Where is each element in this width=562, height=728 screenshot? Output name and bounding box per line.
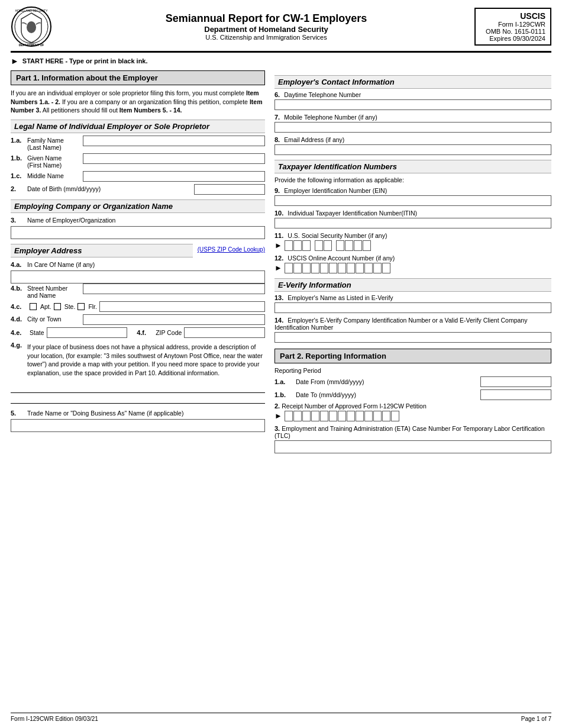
receipt-box-11[interactable] xyxy=(373,411,382,421)
field-8-input[interactable] xyxy=(274,144,551,155)
part2-field-3-input[interactable] xyxy=(274,440,551,453)
oan-box-11[interactable] xyxy=(373,263,382,273)
usps-link[interactable]: (USPS ZIP Code Lookup) xyxy=(198,246,265,253)
field-4ef-row: 4.e. State 4.f. ZIP Code xyxy=(11,327,265,338)
field-10-input[interactable] xyxy=(274,218,551,228)
receipt-box-10[interactable] xyxy=(364,411,373,421)
field-1a-input[interactable] xyxy=(83,136,265,146)
header: DEPARTMENT OF HOMELAND SECURITY Semiannu… xyxy=(11,6,551,53)
ssn-box-3[interactable] xyxy=(302,240,311,251)
legal-name-heading: Legal Name of Individual Employer or Sol… xyxy=(14,122,209,131)
field-3-input[interactable] xyxy=(11,226,265,239)
everify-heading: E-Verify Information xyxy=(278,281,351,289)
flr-checkbox[interactable] xyxy=(77,303,85,310)
field-4a-input[interactable] xyxy=(11,270,265,284)
svg-text:HOMELAND SECURITY: HOMELAND SECURITY xyxy=(15,9,48,12)
field-4d-input[interactable] xyxy=(83,314,265,325)
field-7-section: 7. Mobile Telephone Number (if any) xyxy=(274,114,551,133)
part2-field-3-section: 3. Employment and Training Administratio… xyxy=(274,425,551,453)
field-10-label: Individual Taxpayer Identification Numbe… xyxy=(288,210,417,217)
oan-box-9[interactable] xyxy=(356,263,364,273)
field-4g-line1[interactable] xyxy=(11,384,265,393)
apt-checkbox[interactable] xyxy=(30,303,37,310)
field-5-input[interactable] xyxy=(11,419,265,432)
footer-right: Page 1 of 7 xyxy=(521,716,551,722)
part1-intro: If you are an individual employer or sol… xyxy=(11,89,265,115)
field-1b-input[interactable] xyxy=(83,153,265,164)
oan-box-2[interactable] xyxy=(293,263,302,273)
field-2-row: 2. Date of Birth (mm/dd/yyyy) xyxy=(11,184,265,195)
receipt-box-9[interactable] xyxy=(356,411,364,421)
oan-box-3[interactable] xyxy=(302,263,311,273)
svg-point-2 xyxy=(27,21,36,33)
main-content: Part 1. Information about the Employer I… xyxy=(11,70,551,457)
field-3-num: 3. xyxy=(11,215,27,224)
field-10-num: 10. xyxy=(274,210,283,217)
receipt-box-6[interactable] xyxy=(329,411,337,421)
field-14-label: Employer's E-Verify Company Identificati… xyxy=(274,317,527,331)
field-4f-input[interactable] xyxy=(184,327,265,338)
field-4g-line2[interactable] xyxy=(11,394,265,404)
part2-field-1b-input[interactable] xyxy=(480,389,551,400)
employer-address-heading: Employer Address xyxy=(14,246,82,255)
receipt-box-7[interactable] xyxy=(338,411,346,421)
footer-left: Form I-129CWR Edition 09/03/21 xyxy=(11,716,98,722)
taxpayer-intro: Provide the following information as app… xyxy=(274,176,551,185)
field-9-input[interactable] xyxy=(274,195,551,206)
part2-field-2-label: Receipt Number of Approved Form I-129CW … xyxy=(282,402,427,410)
page: DEPARTMENT OF HOMELAND SECURITY Semiannu… xyxy=(0,0,562,728)
field-14-input[interactable] xyxy=(274,332,551,343)
receipt-box-1[interactable] xyxy=(285,411,293,421)
receipt-box-8[interactable] xyxy=(347,411,355,421)
field-13-label: Employer's Name as Listed in E-Verify xyxy=(288,294,393,301)
ste-checkbox[interactable] xyxy=(54,303,61,310)
header-center: Semiannual Report for CW-1 Employers Dep… xyxy=(58,12,474,41)
field-4e-input[interactable] xyxy=(47,327,128,338)
part2-receipt-seg-row: ► xyxy=(274,411,551,421)
field-1a-num: 1.a. xyxy=(11,136,27,144)
ssn-box-5[interactable] xyxy=(324,240,332,251)
ssn-box-2[interactable] xyxy=(293,240,302,251)
receipt-box-5[interactable] xyxy=(320,411,328,421)
oan-box-7[interactable] xyxy=(338,263,346,273)
part2-field-1a-input[interactable] xyxy=(480,376,551,387)
field-4c-input[interactable] xyxy=(99,301,265,312)
ssn-box-9[interactable] xyxy=(363,240,371,251)
field-4d-num: 4.d. xyxy=(11,314,27,323)
receipt-box-13[interactable] xyxy=(391,411,399,421)
field-6-input[interactable] xyxy=(274,99,551,110)
field-7-input[interactable] xyxy=(274,122,551,133)
oan-box-8[interactable] xyxy=(347,263,355,273)
receipt-box-3[interactable] xyxy=(302,411,311,421)
oan-box-5[interactable] xyxy=(320,263,328,273)
ssn-box-6[interactable] xyxy=(336,240,344,251)
ssn-box-1[interactable] xyxy=(285,240,293,251)
ssn-box-7[interactable] xyxy=(345,240,353,251)
field-1c-input[interactable] xyxy=(83,171,265,182)
field-4a-label: In Care Of Name (if any) xyxy=(27,260,263,268)
oan-box-10[interactable] xyxy=(364,263,373,273)
receipt-box-12[interactable] xyxy=(382,411,390,421)
svg-text:DEPARTMENT OF: DEPARTMENT OF xyxy=(19,43,44,47)
field-1c-row: 1.c. Middle Name xyxy=(11,171,265,182)
start-here-arrow-icon: ► xyxy=(11,56,19,66)
receipt-box-2[interactable] xyxy=(293,411,302,421)
right-column: Employer's Contact Information 6. Daytim… xyxy=(274,70,551,457)
field-3-label: Name of Employer/Organization xyxy=(27,215,263,224)
oan-box-6[interactable] xyxy=(329,263,337,273)
receipt-box-4[interactable] xyxy=(311,411,319,421)
oan-box-4[interactable] xyxy=(311,263,319,273)
everify-section: E-Verify Information xyxy=(274,278,551,292)
oan-box-1[interactable] xyxy=(285,263,293,273)
ssn-box-4[interactable] xyxy=(315,240,323,251)
part2-field-3-num: 3. xyxy=(274,425,280,432)
field-13-input[interactable] xyxy=(274,302,551,313)
field-9-label: Employer Identification Number (EIN) xyxy=(284,187,387,194)
contact-section: Employer's Contact Information xyxy=(274,75,551,89)
field-2-input[interactable] xyxy=(194,184,265,195)
field-8-num: 8. xyxy=(274,136,280,143)
ssn-box-8[interactable] xyxy=(354,240,362,251)
field-4b-input[interactable] xyxy=(83,284,265,294)
field-4g-num: 4.g. xyxy=(11,340,27,349)
oan-box-12[interactable] xyxy=(382,263,390,273)
